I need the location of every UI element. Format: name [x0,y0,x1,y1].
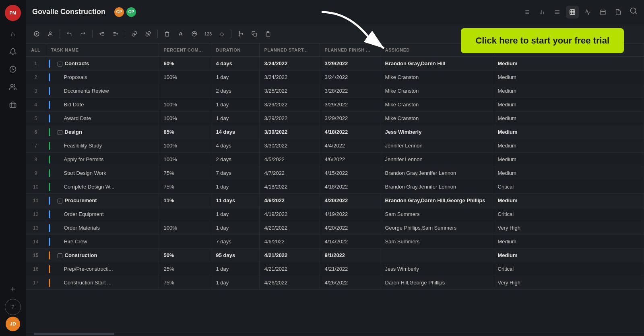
col-planned-finish[interactable]: PLANNED FINISH ... [320,44,380,57]
col-duration[interactable]: DURATION [211,44,259,57]
task-name-cell[interactable]: Start Design Work [46,166,159,180]
task-name-cell[interactable]: Award Date [46,112,159,125]
start-date-cell: 3/30/2022 [259,125,320,139]
add-user-button[interactable] [44,28,56,40]
task-name-cell[interactable]: Order Equipment [46,207,159,221]
table-row[interactable]: 3Documents Review2 days3/25/20223/28/202… [26,84,644,98]
col-task-name[interactable]: TASK NAME [46,44,159,57]
task-name-cell[interactable]: -Procurement [46,194,159,207]
indent-button[interactable] [109,28,122,40]
table-row[interactable]: 9Start Design Work75%7 days4/7/20224/15/… [26,166,644,180]
svg-rect-46 [254,33,257,36]
percent-cell [159,84,211,98]
table-row[interactable]: 10Complete Design W...75%1 day4/18/20224… [26,180,644,194]
copy-button[interactable] [248,28,260,40]
text-format-button[interactable]: A [175,28,187,40]
table-row[interactable]: 17Construction Start ...75%1 day4/26/202… [26,276,644,290]
duration-cell: 14 days [211,125,259,139]
sidebar-item-people[interactable] [5,79,21,95]
svg-point-41 [239,31,239,32]
duration-cell: 1 day [211,221,259,235]
task-name-cell[interactable]: -Design [46,125,159,139]
task-name-cell[interactable]: Bid Date [46,98,159,112]
redo-button[interactable] [77,28,89,40]
row-number: 4 [26,98,46,112]
task-table-area[interactable]: ALL TASK NAME PERCENT COM... DURATION PL… [26,44,644,336]
horizontal-scrollbar[interactable] [34,333,114,335]
table-row[interactable]: 7Feasibility Study100%4 days3/30/20224/4… [26,139,644,153]
delete-button[interactable] [161,28,173,40]
view-list-icon[interactable] [520,6,533,19]
table-row[interactable]: 13Order Materials100%1 day4/20/20224/20/… [26,221,644,235]
view-icons [520,6,625,19]
avatar-user1[interactable]: GP [114,6,125,18]
table-row[interactable]: 14Hire Crew7 days4/6/20224/14/2022Sam Su… [26,235,644,249]
view-activity-icon[interactable] [581,6,594,19]
table-row[interactable]: 8Apply for Permits100%2 days4/5/20224/6/… [26,153,644,166]
sidebar-item-portfolio[interactable] [5,97,21,113]
start-date-cell: 3/29/2022 [259,98,320,112]
separator-5 [231,30,231,38]
number-button[interactable]: 123 [202,28,214,40]
app-logo[interactable]: PM [5,5,21,21]
table-row[interactable]: 1-Contracts60%4 days3/24/20223/29/2022Br… [26,57,644,71]
table-row[interactable]: 12Order Equipment1 day4/19/20224/19/2022… [26,207,644,221]
view-calendar-icon[interactable] [597,6,609,19]
row-number: 14 [26,235,46,249]
assigned-cell: Jess Wimberly [380,262,493,276]
col-all[interactable]: ALL [26,44,46,57]
shape-button[interactable]: ◇ [216,28,228,40]
task-name-cell[interactable]: Feasibility Study [46,139,159,153]
row-number: 2 [26,71,46,84]
start-date-cell: 4/26/2022 [259,276,320,290]
paste-button[interactable] [262,28,274,40]
link-button[interactable] [128,28,140,40]
col-planned-start[interactable]: PLANNED START... [259,44,320,57]
sidebar-item-notifications[interactable] [5,44,21,60]
task-name-cell[interactable]: Construction Start ... [46,276,159,290]
task-name-cell[interactable]: Order Materials [46,221,159,235]
task-name-cell[interactable]: -Construction [46,249,159,262]
priority-cell: Medium [493,84,644,98]
user-avatar[interactable]: JD [6,317,20,331]
sidebar-item-time[interactable] [5,61,21,77]
svg-rect-15 [570,10,575,15]
view-table-icon[interactable] [566,6,579,19]
table-row[interactable]: 2Proposals100%1 day3/24/20223/24/2022Mik… [26,71,644,84]
outdent-button[interactable] [96,28,108,40]
table-row[interactable]: 15-Construction50%95 days4/21/20229/1/20… [26,249,644,262]
task-name-cell[interactable]: -Contracts [46,57,159,71]
task-name-cell[interactable]: Complete Design W... [46,180,159,194]
free-trial-banner[interactable]: Click here to start your free trial [461,28,624,53]
svg-rect-47 [267,31,269,32]
table-row[interactable]: 4Bid Date100%1 day3/29/20223/29/2022Mike… [26,98,644,112]
undo-button[interactable] [63,28,75,40]
table-row[interactable]: 6-Design85%14 days3/30/20224/18/2022Jess… [26,125,644,139]
priority-cell: Medium [493,166,644,180]
col-percent[interactable]: PERCENT COM... [159,44,211,57]
avatar-user2[interactable]: GP [126,6,137,18]
view-menu-icon[interactable] [551,6,564,19]
task-name-cell[interactable]: Proposals [46,71,159,84]
duration-cell: 4 days [211,139,259,153]
svg-rect-20 [601,10,605,15]
dependency-button[interactable] [142,28,154,40]
task-name-cell[interactable]: Documents Review [46,84,159,98]
sidebar-item-help[interactable]: ? [5,299,21,315]
priority-cell: Critical [493,180,644,194]
color-button[interactable] [188,28,200,40]
sidebar-item-home[interactable]: ⌂ [5,26,21,42]
table-row[interactable]: 5Award Date100%1 day3/29/20223/29/2022Mi… [26,112,644,125]
table-row[interactable]: 16Prep/Pre-constructi...25%1 day4/21/202… [26,262,644,276]
task-name-cell[interactable]: Prep/Pre-constructi... [46,262,159,276]
view-file-icon[interactable] [612,6,625,19]
view-chart-icon[interactable] [535,6,548,19]
sidebar-item-add[interactable]: + [5,281,21,297]
task-name-cell[interactable]: Apply for Permits [46,153,159,166]
task-name-cell[interactable]: Hire Crew [46,235,159,249]
table-row[interactable]: 11-Procurement11%11 days4/6/20224/20/202… [26,194,644,207]
search-button[interactable] [630,7,638,17]
start-date-cell: 3/24/2022 [259,57,320,71]
add-task-button[interactable] [31,28,43,40]
cut-button[interactable] [235,28,247,40]
